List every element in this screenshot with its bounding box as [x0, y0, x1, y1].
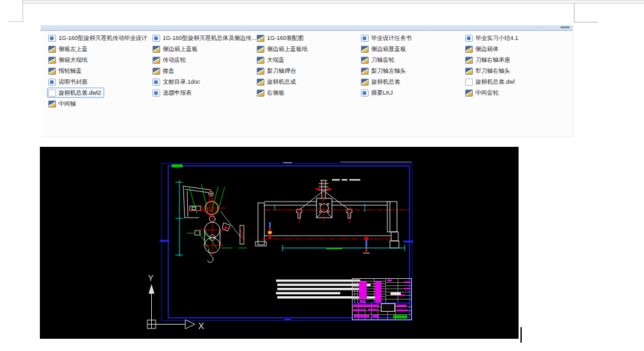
file-item[interactable]: 右侧板 — [255, 88, 288, 98]
file-name-label: 旋耕机总装.dwl — [475, 78, 515, 86]
file-item[interactable]: 传动齿轮 — [151, 55, 189, 65]
image-file-icon — [257, 46, 264, 53]
file-item[interactable]: 侧边箱上盖板纸 — [255, 44, 311, 54]
file-name-label: 旋耕机总装.dwl2 — [59, 89, 101, 97]
file-name-label: 1G-160装配图 — [267, 34, 304, 43]
file-item[interactable]: 旋耕机总装.dwl — [464, 77, 518, 87]
file-item[interactable]: 文献目录.1doc — [151, 77, 203, 87]
file-name-label: 刀轴右轴承座 — [475, 56, 510, 64]
ucs-x-label: X — [198, 321, 205, 331]
file-item[interactable]: 梨刀轴焊合 — [255, 66, 299, 76]
file-name-label: 侧边箱体 — [475, 45, 499, 53]
file-name-label: 侧板左上盖 — [59, 45, 87, 53]
file-column-5: 毕业实习小结4.1侧边箱体刀轴右轴承座犁刀轴右轴头旋耕机总装.dwl中间齿轮 — [464, 33, 568, 109]
word-doc-icon — [361, 35, 369, 42]
file-list-window: 1G-160型旋耕灭茬机传动毕业设计侧板左上盖侧箱大端纸惰轮轴盖说明书封面旋耕机… — [41, 25, 573, 137]
window-frame-line — [23, 0, 23, 21]
file-name-label: 梨刀轴焊合 — [267, 67, 296, 75]
file-item[interactable]: 1G-160装配图 — [255, 33, 307, 43]
file-item[interactable]: 刀轴右轴承座 — [464, 55, 513, 65]
file-name-label: 刀轴齿轮 — [371, 56, 394, 64]
minimize-dash-icon[interactable] — [560, 26, 570, 28]
file-item[interactable]: 1G-160型旋耕灭茬机总体及侧边传... — [151, 33, 260, 43]
word-doc-icon — [152, 79, 160, 86]
file-item[interactable]: 侧板左上盖 — [47, 44, 91, 54]
cad-drawing: Y X — [40, 147, 519, 339]
ucs-icon: Y X — [147, 273, 205, 331]
image-file-icon — [361, 79, 369, 86]
window-frame-line — [574, 3, 575, 23]
file-item[interactable]: 选题申报表 — [151, 88, 195, 98]
file-item[interactable]: 犁刀轴右轴头 — [464, 66, 513, 76]
file-name-label: 传动齿轮 — [163, 56, 186, 64]
front-view — [255, 179, 409, 253]
file-item[interactable]: 侧边箱上盖板 — [151, 44, 201, 54]
file-name-label: 侧边箱上盖板 — [163, 45, 198, 53]
file-name-label: 接盘 — [163, 67, 174, 75]
file-name-label: 侧箱大端纸 — [59, 56, 87, 64]
image-file-icon — [48, 68, 56, 75]
file-column-3: 1G-160装配图侧边箱上盖板纸大端盖梨刀轴焊合旋耕机总成右侧板 — [255, 33, 360, 109]
side-view — [176, 181, 246, 263]
file-name-label: 旋耕机总装 — [371, 78, 400, 86]
image-file-icon — [465, 90, 473, 97]
background-window-top-edge — [23, 0, 644, 4]
file-item[interactable]: 中间齿轮 — [464, 88, 502, 98]
file-item[interactable]: 接盘 — [151, 66, 178, 76]
image-file-icon — [48, 100, 56, 108]
image-file-icon — [48, 46, 56, 53]
file-name-label: 惰轮轴盖 — [59, 67, 82, 75]
file-item[interactable]: 毕业实习小结4.1 — [464, 33, 522, 43]
file-column-2: 1G-160型旋耕灭茬机总体及侧边传...侧边箱上盖板传动齿轮接盘文献目录.1d… — [151, 33, 255, 109]
word-doc-icon — [152, 35, 160, 42]
file-item[interactable]: 侧箱大端纸 — [47, 55, 91, 65]
image-file-icon — [465, 46, 473, 53]
image-file-icon — [361, 57, 369, 64]
file-item[interactable]: 摘要LKJ — [360, 88, 396, 98]
file-item[interactable]: 中间轴 — [47, 99, 79, 109]
image-file-icon — [152, 57, 160, 64]
file-item[interactable]: 刀轴齿轮 — [360, 55, 398, 65]
grip-dots-icon — [536, 27, 537, 28]
image-file-icon — [257, 90, 264, 97]
file-column-4: 毕业设计任务书侧边箱显盖板刀轴齿轮梨刀轴左轴头旋耕机总装摘要LKJ — [360, 33, 464, 109]
file-item[interactable]: 旋耕机总成 — [255, 77, 299, 87]
file-item[interactable]: 旋耕机总装 — [360, 77, 403, 87]
file-item[interactable]: 大端盖 — [255, 55, 288, 65]
image-file-icon — [48, 57, 56, 64]
screen: { "file_panel": { "columns": [ { "items"… — [0, 0, 644, 351]
cad-canvas[interactable]: Y X — [40, 147, 519, 339]
file-item[interactable]: 侧边箱显盖板 — [360, 44, 409, 54]
window-frame-line — [574, 22, 598, 23]
text-cursor — [520, 327, 522, 343]
file-item[interactable]: 毕业设计任务书 — [360, 33, 415, 43]
image-file-icon — [361, 68, 369, 75]
file-name-label: 选题申报表 — [163, 89, 192, 97]
file-name-label: 中间轴 — [59, 100, 76, 108]
file-name-label: 中间齿轮 — [475, 89, 499, 97]
file-name-label: 说明书封面 — [59, 78, 87, 86]
image-file-icon — [257, 79, 264, 86]
file-item[interactable]: 梨刀轴左轴头 — [360, 66, 409, 76]
blank-file-icon — [48, 90, 56, 97]
file-name-label: 1G-160型旋耕灭茬机总体及侧边传... — [163, 34, 257, 43]
file-item[interactable]: 侧边箱体 — [464, 44, 502, 54]
file-name-label: 侧边箱上盖板纸 — [267, 45, 308, 53]
image-file-icon — [257, 68, 264, 75]
image-file-icon — [465, 68, 473, 75]
word-doc-icon — [48, 35, 56, 42]
image-file-icon — [152, 68, 160, 75]
panel-header — [41, 25, 573, 31]
file-item-selected[interactable]: 旋耕机总装.dwl2 — [47, 88, 104, 98]
file-name-label: 大端盖 — [267, 56, 284, 64]
file-item[interactable]: 1G-160型旋耕灭茬机传动毕业设计 — [47, 33, 151, 43]
image-file-icon — [152, 46, 160, 53]
blank-file-icon — [465, 79, 473, 86]
title-block — [352, 278, 412, 320]
file-item[interactable]: 说明书封面 — [47, 77, 91, 87]
file-name-label: 毕业实习小结4.1 — [475, 34, 519, 43]
file-name-label: 侧边箱显盖板 — [371, 45, 406, 53]
image-file-icon — [361, 46, 369, 53]
file-item[interactable]: 惰轮轴盖 — [47, 66, 85, 76]
word-doc-icon — [48, 79, 56, 86]
